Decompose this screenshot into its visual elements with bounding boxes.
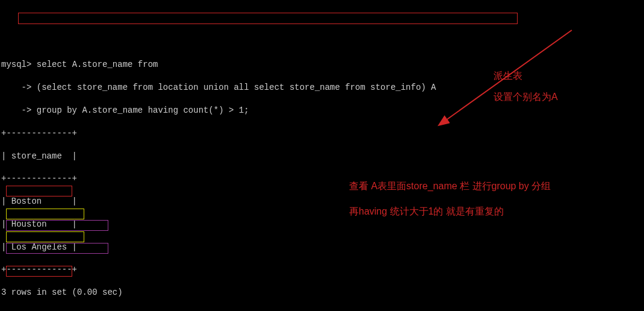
highlight-la-1	[6, 209, 84, 219]
mysql-prompt: mysql>	[1, 60, 31, 69]
highlight-boston-1	[6, 186, 72, 196]
sql-text: select A.store_name from	[31, 60, 158, 69]
table-header: | store_name |	[1, 151, 643, 162]
table-row: | Houston |	[1, 219, 643, 230]
table-separator: +-------------+	[1, 128, 643, 139]
table-row: | Boston |	[1, 196, 643, 207]
annotation-groupby: 查看 A表里面store_name 栏 进行group by 分组	[349, 180, 551, 193]
table-row: | Los Angeles |	[1, 242, 643, 253]
annotation-box-subquery	[18, 13, 518, 24]
table-separator: +-------------+	[1, 264, 643, 275]
sql-continuation: -> group by A.store_name having count(*)…	[1, 105, 643, 116]
annotation-alias: 设置个别名为A	[494, 90, 558, 104]
highlight-la-2	[6, 231, 84, 242]
annotation-having: 再having 统计大于1的 就是有重复的	[349, 205, 504, 218]
annotation-derived-table: 派生表	[494, 69, 522, 83]
result-footer: 3 rows in set (0.00 sec)	[1, 287, 643, 298]
sql-prompt-line: mysql> select A.store_name from	[1, 59, 643, 71]
